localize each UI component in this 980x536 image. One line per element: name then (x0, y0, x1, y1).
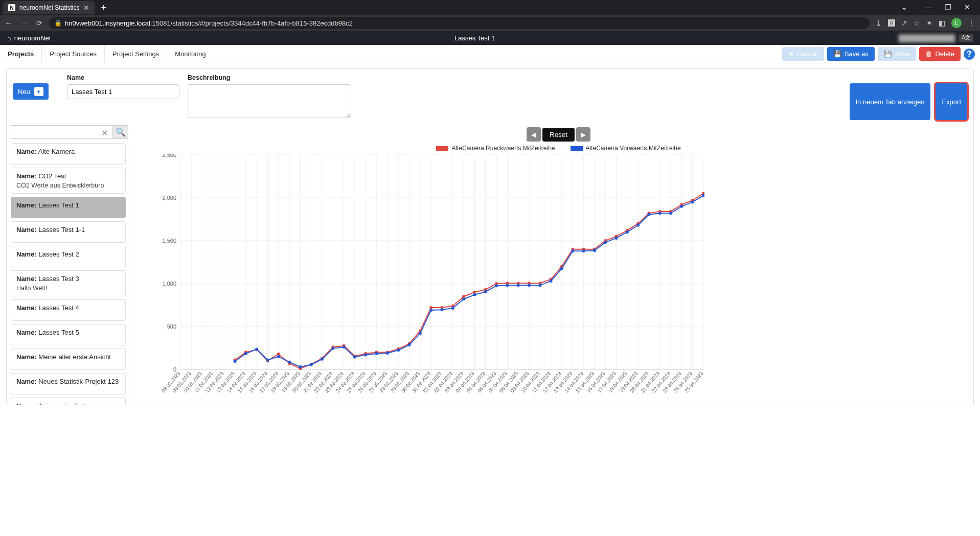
chart-column: ◀ Reset ▶ AlteCamera.Rueckwaerts.MitZeit… (134, 125, 970, 405)
omnibox[interactable]: 🔒 hn0vweb001.insynergie.local:15081/stat… (49, 17, 870, 29)
help-button[interactable]: ? (964, 49, 975, 60)
svg-text:500: 500 (167, 323, 176, 330)
plus-icon: + (34, 87, 43, 96)
maximize-button[interactable]: ❐ (939, 3, 956, 11)
translate-icon[interactable]: 🅰 (888, 19, 895, 27)
refresh-button[interactable]: ⟳ (34, 19, 45, 27)
save-as-button[interactable]: 💾 Save as (827, 47, 875, 61)
project-item[interactable]: Name: Lasses Test 3Hallo Welt! (11, 270, 126, 296)
tab-monitoring[interactable]: Monitoring (167, 45, 214, 63)
search-button[interactable]: 🔍 (112, 125, 128, 139)
form-row: Neu + Name Beschreibung In neuem Tab anz… (7, 69, 973, 125)
chart-canvas[interactable]: 05001,0001,5002,0002,50008.03.202309.03.… (150, 154, 704, 394)
kebab-icon[interactable]: ⋮ (968, 19, 975, 27)
browser-chrome: N neuroomNet Statistics ✕ + ⌄ — ❐ ✕ ← → … (0, 0, 980, 31)
swatch-blue (571, 146, 583, 151)
addressbar-icons: ⤓ 🅰 ↗ ☆ ✦ ◧ L ⋮ (874, 18, 977, 28)
open-new-tab-button[interactable]: In neuem Tab anzeigen (850, 83, 931, 120)
sidepanel-icon[interactable]: ◧ (939, 19, 945, 27)
save-icon: 💾 (833, 50, 841, 58)
svg-point-106 (244, 352, 247, 355)
trash-icon: 🗑 (925, 50, 932, 58)
search-icon: 🔍 (116, 127, 126, 137)
project-item[interactable]: Name: Lasses Test 5 (11, 324, 126, 345)
main-card: Neu + Name Beschreibung In neuem Tab anz… (6, 68, 974, 405)
project-item[interactable]: Name: Neues Statistik-Projekt 123 (11, 373, 126, 394)
svg-point-134 (550, 279, 553, 283)
svg-text:2,000: 2,000 (162, 195, 176, 201)
svg-point-140 (615, 237, 618, 240)
minimize-button[interactable]: — (920, 3, 937, 11)
install-icon[interactable]: ⤓ (876, 19, 882, 27)
close-window-button[interactable]: ✕ (959, 3, 976, 11)
forward-button[interactable]: → (18, 18, 30, 28)
app-header: ⌂ neuroomNet Lasses Test 1 ████████████ … (0, 31, 980, 45)
description-textarea[interactable] (188, 84, 351, 118)
tab-close-icon[interactable]: ✕ (83, 4, 89, 12)
tabbar: N neuroomNet Statistics ✕ + ⌄ — ❐ ✕ (0, 0, 980, 15)
svg-point-124 (441, 308, 444, 311)
chart-prev-button[interactable]: ◀ (527, 127, 541, 142)
page-title: Lasses Test 1 (454, 34, 495, 42)
search-clear-icon[interactable]: ✕ (101, 128, 108, 138)
project-item[interactable]: Name: Lasses Test 1-1 (11, 221, 126, 243)
name-input[interactable] (67, 84, 179, 99)
tab-project-sources[interactable]: Project Sources (41, 45, 104, 63)
cancel-button[interactable]: ✕ Cancel (782, 47, 824, 61)
url-text: hn0vweb001.insynergie.local:15081/statis… (65, 19, 353, 27)
legend-item-1[interactable]: AlteCamera.Rueckwaerts.MitZeitreihe (436, 145, 555, 152)
project-list-column: ✕ 🔍 Name: Alte KameraName: CO2 TestCO2 W… (10, 125, 128, 405)
svg-point-120 (397, 348, 400, 352)
svg-point-112 (310, 363, 313, 366)
page: Neu + Name Beschreibung In neuem Tab anz… (0, 63, 980, 411)
window-controls: ⌄ — ❐ ✕ (895, 2, 976, 12)
project-item[interactable]: Name: Meine aller erste Ansicht (11, 348, 126, 370)
project-item[interactable]: Name: CO2 TestCO2 Werte aus Entwicklerbü… (11, 168, 126, 194)
svg-point-121 (408, 343, 411, 346)
app-name: neuroomNet (14, 34, 51, 42)
svg-point-139 (604, 241, 607, 244)
chevron-down-icon[interactable]: ⌄ (895, 2, 913, 12)
legend-item-2[interactable]: AlteCamera.Vorwaerts.MitZeitreihe (571, 145, 681, 152)
svg-point-115 (343, 345, 346, 348)
svg-point-138 (593, 249, 596, 252)
project-item[interactable]: Name: Lasses Test 2 (11, 246, 126, 267)
share-icon[interactable]: ↗ (901, 19, 907, 27)
svg-point-137 (582, 249, 585, 252)
tab-projects[interactable]: Projects (0, 45, 41, 63)
chart-next-button[interactable]: ▶ (576, 127, 590, 142)
new-button[interactable]: Neu + (13, 83, 49, 100)
chart-nav-controls: ◀ Reset ▶ (150, 127, 967, 142)
translate-badge[interactable]: A文 (959, 34, 973, 42)
svg-point-142 (636, 224, 640, 227)
svg-point-132 (528, 284, 531, 287)
project-list[interactable]: Name: Alte KameraName: CO2 TestCO2 Werte… (10, 143, 128, 405)
profile-avatar[interactable]: L (951, 18, 962, 28)
favicon-n: N (8, 4, 15, 11)
project-item[interactable]: Name: Temperatur TestTemperatur im Entwi… (11, 398, 126, 405)
home-link[interactable]: ⌂ neuroomNet (7, 34, 51, 42)
back-button[interactable]: ← (3, 18, 14, 28)
save-button[interactable]: 💾 Save (878, 47, 917, 61)
chart-legend: AlteCamera.Rueckwaerts.MitZeitreihe Alte… (150, 145, 967, 152)
browser-tab[interactable]: N neuroomNet Statistics ✕ (3, 1, 95, 14)
tab-project-settings[interactable]: Project Settings (104, 45, 167, 63)
toolbar: ProjectsProject SourcesProject SettingsM… (0, 45, 980, 63)
svg-text:2,500: 2,500 (162, 154, 176, 158)
delete-button[interactable]: 🗑 Delete (919, 47, 961, 61)
bookmark-icon[interactable]: ☆ (914, 19, 920, 27)
extensions-icon[interactable]: ✦ (926, 19, 932, 27)
addressbar-row: ← → ⟳ 🔒 hn0vweb001.insynergie.local:1508… (0, 15, 980, 31)
export-button[interactable]: Export (936, 83, 967, 120)
home-icon: ⌂ (7, 34, 11, 42)
search-input[interactable] (10, 125, 112, 139)
svg-point-126 (462, 297, 465, 300)
svg-point-110 (288, 361, 291, 364)
svg-point-133 (538, 284, 541, 287)
svg-point-125 (451, 307, 454, 310)
project-item[interactable]: Name: Lasses Test 1 (11, 197, 126, 218)
project-item[interactable]: Name: Lasses Test 4 (11, 299, 126, 321)
new-tab-button[interactable]: + (101, 3, 106, 13)
project-item[interactable]: Name: Alte Kamera (11, 143, 126, 165)
chart-reset-button[interactable]: Reset (542, 128, 575, 142)
